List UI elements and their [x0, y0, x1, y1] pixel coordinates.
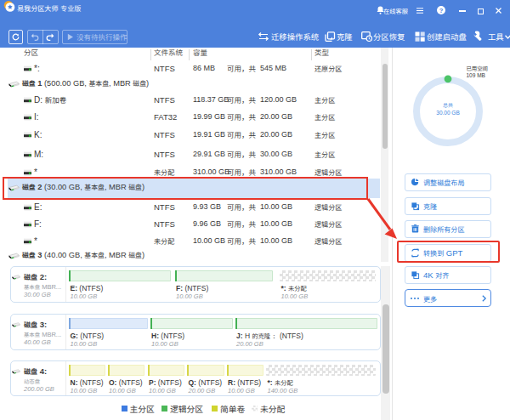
svg-text:?: ?	[439, 7, 444, 14]
